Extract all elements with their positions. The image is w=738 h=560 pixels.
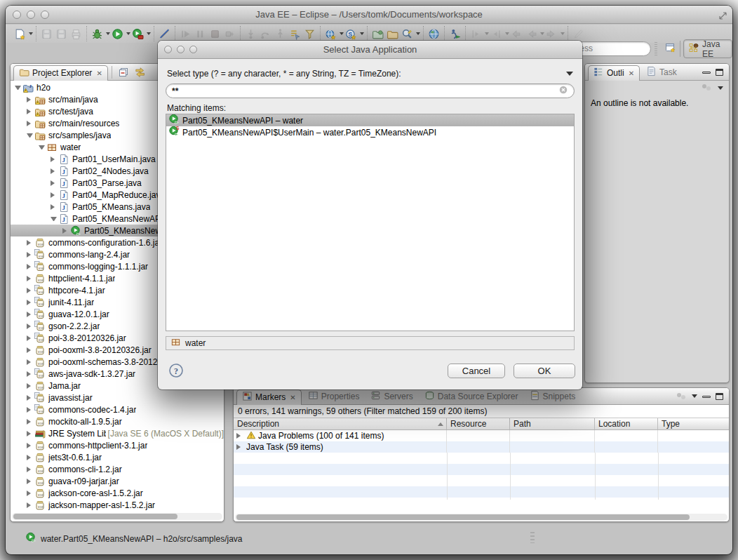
project-tree-hscroll-thumb[interactable] (13, 514, 177, 519)
close-outline-icon[interactable]: ✕ (629, 69, 634, 77)
run-icon[interactable] (110, 27, 125, 41)
tree-item[interactable]: JRE System Library[Java SE 6 (MacOS X De… (11, 427, 224, 439)
tree-expander-icon[interactable] (27, 455, 33, 460)
run-validation-icon[interactable] (448, 27, 462, 41)
view-menu-icon[interactable] (718, 86, 723, 90)
filter-menu-icon[interactable] (566, 72, 573, 76)
tree-expander-icon[interactable] (51, 204, 57, 210)
project-tree-hscrollbar[interactable] (12, 513, 222, 520)
maximize-view-icon[interactable] (716, 393, 723, 400)
tree-expander-icon[interactable] (27, 252, 33, 258)
tree-expander-icon[interactable] (27, 109, 33, 114)
tree-expander-icon[interactable] (51, 180, 57, 186)
tree-expander-icon[interactable] (27, 97, 33, 102)
markers-row[interactable]: Java Problems (100 of 141 items) (234, 430, 729, 441)
close-markers-icon[interactable]: ✕ (290, 394, 295, 401)
tree-expander-icon[interactable] (15, 86, 21, 90)
tree-expander-icon[interactable] (27, 395, 33, 401)
tab-markers[interactable]: Markers✕ (236, 389, 302, 405)
markers-hscrollbar[interactable] (235, 514, 727, 521)
new-web-wizard-icon[interactable] (323, 27, 338, 41)
tree-expander-icon[interactable] (27, 335, 33, 341)
tree-expander-icon[interactable] (39, 145, 45, 149)
row-expander-icon[interactable] (236, 444, 243, 450)
column-header-resource[interactable]: Resource (447, 418, 510, 429)
tree-item[interactable]: 010commons-codec-1.4.jar (11, 404, 224, 415)
new-service-wizard-icon[interactable]: S (344, 27, 358, 41)
view-menu-icon[interactable] (692, 394, 697, 398)
mark-occurrences-icon[interactable] (157, 27, 172, 41)
tree-expander-icon[interactable] (27, 133, 33, 138)
tree-expander-icon[interactable] (27, 491, 33, 496)
new-wizard-icon[interactable] (13, 27, 27, 41)
column-header-location[interactable]: Location (595, 418, 658, 429)
external-tools-icon[interactable] (130, 27, 145, 41)
tree-item[interactable]: 010guava-r09-jarjar.jar (11, 475, 224, 487)
tree-item[interactable]: 010javassist.jar (11, 392, 224, 404)
tree-expander-icon[interactable] (27, 419, 33, 425)
tree-expander-icon[interactable] (62, 228, 69, 234)
tab-servers[interactable]: Servers (365, 389, 417, 404)
tree-expander-icon[interactable] (27, 479, 33, 484)
collapse-all-icon[interactable] (116, 66, 131, 79)
run-to-line-icon[interactable] (288, 27, 302, 41)
link-with-editor-icon[interactable] (133, 66, 148, 79)
toolbar-drag-handle[interactable] (655, 42, 657, 56)
window-resize-icon[interactable] (719, 10, 727, 22)
markers-hscroll-thumb[interactable] (236, 514, 690, 520)
external-tools-dropdown-icon[interactable] (147, 32, 151, 35)
column-header-description[interactable]: Description (234, 418, 447, 429)
tree-expander-icon[interactable] (27, 347, 33, 353)
tree-expander-icon[interactable] (27, 121, 33, 126)
tree-expander-icon[interactable] (27, 502, 33, 508)
tree-expander-icon[interactable] (51, 156, 57, 162)
column-header-type[interactable]: Type (658, 418, 729, 429)
new-service-wizard-dropdown-icon[interactable] (360, 32, 364, 35)
filter-pattern-input[interactable]: ** (166, 84, 575, 98)
use-step-filters-icon[interactable] (302, 27, 317, 41)
clear-filter-icon[interactable] (558, 85, 568, 98)
maximize-view-icon[interactable] (716, 69, 723, 76)
tree-expander-icon[interactable] (27, 467, 33, 472)
tree-expander-icon[interactable] (27, 371, 33, 377)
tree-expander-icon[interactable] (27, 276, 33, 281)
tree-item[interactable]: 010mockito-all-1.9.5.jar (11, 415, 224, 427)
tab-snippets[interactable]: Snippets (525, 389, 581, 404)
tree-item[interactable]: 010jackson-core-asl-1.5.2.jar (11, 487, 224, 499)
open-perspective-button[interactable] (660, 39, 681, 58)
tree-item[interactable]: 010jackson-mapper-asl-1.5.2.jar (11, 499, 224, 511)
search-dropdown-icon[interactable] (416, 32, 420, 35)
new-wizard-dropdown-icon[interactable] (29, 32, 33, 35)
matching-item[interactable]: SPart05_KMeansNewAPI$UserMain – water.Pa… (166, 126, 574, 138)
minimize-view-icon[interactable] (702, 72, 711, 74)
web-browser-icon[interactable] (427, 27, 441, 41)
matching-item[interactable]: Part05_KMeansNewAPI – water (166, 114, 574, 126)
tab-task[interactable]: Task (641, 65, 682, 80)
column-header-path[interactable]: Path (510, 418, 595, 429)
tree-expander-icon[interactable] (27, 312, 33, 317)
import-folder-icon[interactable] (370, 27, 385, 41)
close-project-explorer-icon[interactable]: ✕ (96, 69, 102, 77)
ok-button[interactable]: OK (514, 364, 575, 378)
tab-project-explorer[interactable]: Project Explorer ✕ (13, 65, 108, 81)
minimize-view-icon[interactable] (702, 396, 711, 398)
markers-row[interactable]: Java Task (59 items) (234, 441, 729, 453)
dialog-minimize-button[interactable] (177, 46, 184, 53)
tree-expander-icon[interactable] (27, 324, 33, 329)
tree-item[interactable]: 010commons-httpclient-3.1.jar (11, 439, 224, 451)
cancel-button[interactable]: Cancel (448, 364, 505, 378)
tree-expander-icon[interactable] (27, 431, 33, 436)
debug-icon[interactable] (90, 27, 105, 41)
tab-data-source-explorer[interactable]: Data Source Explorer (420, 389, 523, 404)
row-expander-icon[interactable] (236, 433, 243, 439)
tree-expander-icon[interactable] (51, 168, 57, 174)
tree-expander-icon[interactable] (27, 383, 33, 389)
tab-properties[interactable]: Properties (303, 389, 365, 404)
search-icon[interactable] (400, 27, 415, 41)
tree-expander-icon[interactable] (27, 288, 33, 293)
tree-expander-icon[interactable] (51, 192, 57, 198)
tree-expander-icon[interactable] (27, 240, 33, 246)
tree-item[interactable]: 010commons-cli-1.2.jar (11, 463, 224, 475)
dialog-close-button[interactable] (164, 46, 172, 53)
tree-expander-icon[interactable] (51, 217, 57, 221)
